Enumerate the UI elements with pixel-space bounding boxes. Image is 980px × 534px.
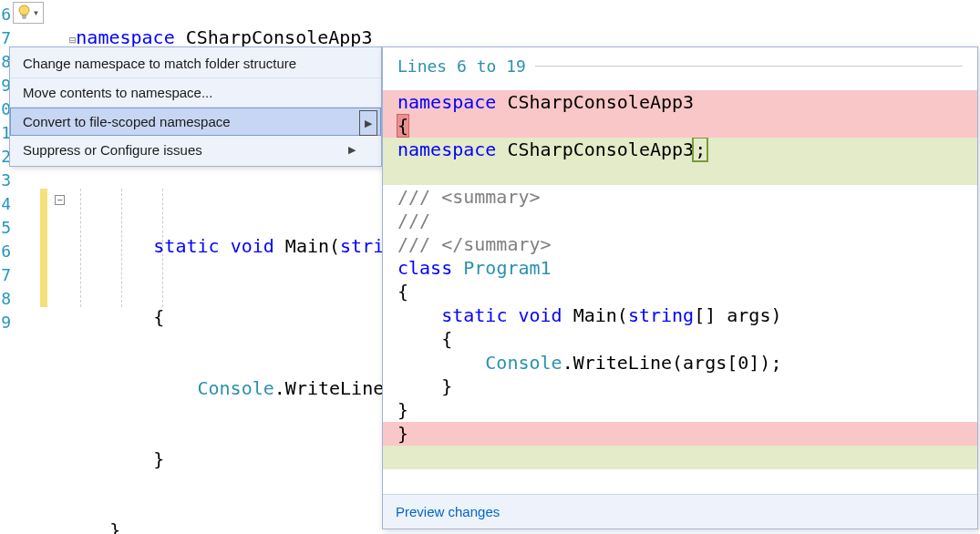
chevron-down-icon: ▼ [33, 9, 40, 17]
preview-footer: Preview changes [383, 494, 977, 529]
svg-rect-1 [22, 17, 26, 19]
menu-item-label: Suppress or Configure issues [23, 142, 202, 158]
line-number: 5 [0, 216, 11, 240]
diff-added-line: namespace CSharpConsoleApp3; [383, 138, 977, 161]
divider-line [535, 66, 963, 67]
fold-toggle[interactable]: − [55, 195, 65, 205]
line-number: 6 [0, 240, 11, 263]
menu-item-label: Move contents to namespace... [23, 85, 212, 100]
lightbulb-icon [17, 5, 31, 21]
line-number: 3 [0, 169, 11, 192]
preview-changes-link[interactable]: Preview changes [396, 504, 500, 519]
line-number: 9 [0, 311, 11, 334]
preview-pane: Lines 6 to 19 namespace CSharpConsoleApp… [382, 46, 978, 529]
chevron-right-icon: ▶ [348, 144, 356, 156]
preview-header-text: Lines 6 to 19 [397, 56, 526, 76]
quick-actions-menu: Change namespace to match folder structu… [9, 46, 382, 167]
diff-context-line: } [383, 375, 977, 398]
preview-header: Lines 6 to 19 [383, 47, 977, 79]
menu-item-convert-file-scoped[interactable]: Convert to file-scoped namespace ▶ [10, 108, 381, 136]
line-number: 4 [0, 192, 11, 216]
preview-diff: namespace CSharpConsoleApp3 { namespace … [383, 79, 977, 494]
chevron-right-icon: ▶ [365, 118, 372, 129]
line-number: 6 [0, 3, 11, 26]
diff-removed-line: namespace CSharpConsoleApp3 [383, 90, 977, 114]
change-indicator-bar [40, 189, 47, 307]
editor-code-fragment[interactable]: static void Main(string[ { Console.Write… [66, 187, 417, 534]
diff-context-line: } [383, 398, 977, 422]
diff-context-line: /// [383, 209, 977, 232]
menu-item-change-namespace[interactable]: Change namespace to match folder structu… [10, 49, 381, 78]
diff-context-line: /// </summary> [383, 232, 977, 256]
diff-added-line [383, 446, 977, 469]
diff-removed-line: { [383, 114, 977, 138]
menu-item-label: Convert to file-scoped namespace [23, 114, 231, 129]
menu-item-move-contents[interactable]: Move contents to namespace... [10, 78, 381, 108]
diff-context-line: { [383, 280, 977, 303]
diff-removed-line: } [383, 422, 977, 446]
line-number: 8 [0, 287, 11, 311]
line-number: 7 [0, 263, 11, 287]
menu-item-label: Change namespace to match folder structu… [23, 56, 296, 71]
editor-code-line[interactable]: ⊟namespace CSharpConsoleApp3 [47, 2, 372, 52]
diff-added-line [383, 161, 977, 185]
menu-item-suppress-configure[interactable]: Suppress or Configure issues ▶ [10, 136, 381, 164]
lightbulb-button[interactable]: ▼ [13, 2, 44, 24]
diff-context-line: Console.WriteLine(args[0]); [383, 351, 977, 375]
diff-context-line: { [383, 327, 977, 351]
submenu-indicator: ▶ [359, 110, 377, 136]
svg-rect-0 [22, 15, 26, 17]
diff-context-line: class Program1 [383, 256, 977, 280]
diff-context-line: static void Main(string[] args) [383, 303, 977, 327]
diff-context-line: /// <summary> [383, 185, 977, 209]
